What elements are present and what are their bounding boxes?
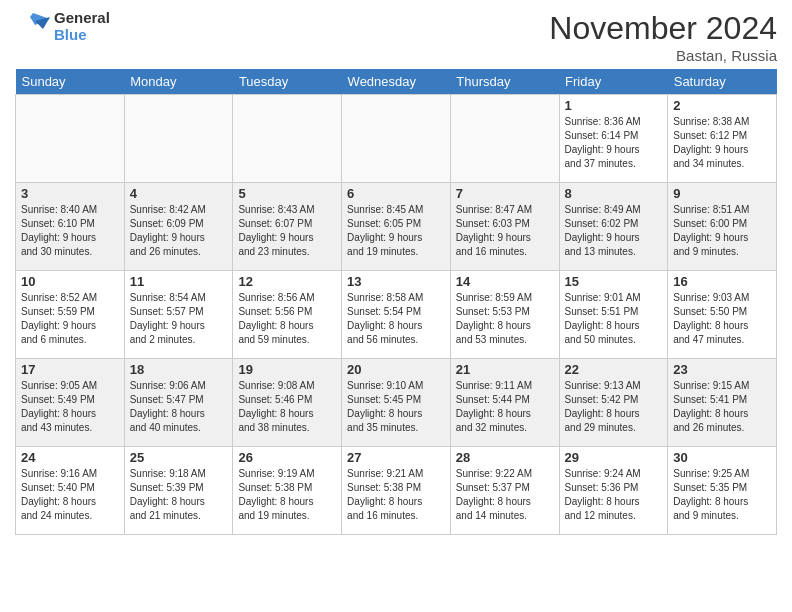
calendar-cell bbox=[124, 95, 233, 183]
day-number: 11 bbox=[130, 274, 228, 289]
day-info: Sunrise: 8:36 AM Sunset: 6:14 PM Dayligh… bbox=[565, 115, 663, 171]
calendar-cell bbox=[233, 95, 342, 183]
calendar-week-2: 10Sunrise: 8:52 AM Sunset: 5:59 PM Dayli… bbox=[16, 271, 777, 359]
calendar-week-0: 1Sunrise: 8:36 AM Sunset: 6:14 PM Daylig… bbox=[16, 95, 777, 183]
col-saturday: Saturday bbox=[668, 69, 777, 95]
day-info: Sunrise: 9:18 AM Sunset: 5:39 PM Dayligh… bbox=[130, 467, 228, 523]
calendar-cell: 25Sunrise: 9:18 AM Sunset: 5:39 PM Dayli… bbox=[124, 447, 233, 535]
calendar-cell: 16Sunrise: 9:03 AM Sunset: 5:50 PM Dayli… bbox=[668, 271, 777, 359]
day-number: 6 bbox=[347, 186, 445, 201]
day-info: Sunrise: 8:38 AM Sunset: 6:12 PM Dayligh… bbox=[673, 115, 771, 171]
day-info: Sunrise: 9:08 AM Sunset: 5:46 PM Dayligh… bbox=[238, 379, 336, 435]
day-number: 2 bbox=[673, 98, 771, 113]
title-block: November 2024 Bastan, Russia bbox=[549, 10, 777, 64]
calendar-cell: 2Sunrise: 8:38 AM Sunset: 6:12 PM Daylig… bbox=[668, 95, 777, 183]
day-info: Sunrise: 8:51 AM Sunset: 6:00 PM Dayligh… bbox=[673, 203, 771, 259]
day-number: 30 bbox=[673, 450, 771, 465]
day-info: Sunrise: 8:47 AM Sunset: 6:03 PM Dayligh… bbox=[456, 203, 554, 259]
day-number: 24 bbox=[21, 450, 119, 465]
calendar-cell: 6Sunrise: 8:45 AM Sunset: 6:05 PM Daylig… bbox=[342, 183, 451, 271]
day-info: Sunrise: 9:10 AM Sunset: 5:45 PM Dayligh… bbox=[347, 379, 445, 435]
day-number: 3 bbox=[21, 186, 119, 201]
day-number: 20 bbox=[347, 362, 445, 377]
day-info: Sunrise: 8:42 AM Sunset: 6:09 PM Dayligh… bbox=[130, 203, 228, 259]
day-info: Sunrise: 9:06 AM Sunset: 5:47 PM Dayligh… bbox=[130, 379, 228, 435]
day-info: Sunrise: 9:25 AM Sunset: 5:35 PM Dayligh… bbox=[673, 467, 771, 523]
calendar-cell: 27Sunrise: 9:21 AM Sunset: 5:38 PM Dayli… bbox=[342, 447, 451, 535]
day-number: 4 bbox=[130, 186, 228, 201]
day-info: Sunrise: 8:54 AM Sunset: 5:57 PM Dayligh… bbox=[130, 291, 228, 347]
calendar-cell: 11Sunrise: 8:54 AM Sunset: 5:57 PM Dayli… bbox=[124, 271, 233, 359]
calendar-cell: 4Sunrise: 8:42 AM Sunset: 6:09 PM Daylig… bbox=[124, 183, 233, 271]
day-info: Sunrise: 9:22 AM Sunset: 5:37 PM Dayligh… bbox=[456, 467, 554, 523]
col-friday: Friday bbox=[559, 69, 668, 95]
day-info: Sunrise: 9:24 AM Sunset: 5:36 PM Dayligh… bbox=[565, 467, 663, 523]
day-number: 7 bbox=[456, 186, 554, 201]
day-info: Sunrise: 8:40 AM Sunset: 6:10 PM Dayligh… bbox=[21, 203, 119, 259]
day-info: Sunrise: 9:03 AM Sunset: 5:50 PM Dayligh… bbox=[673, 291, 771, 347]
calendar-cell bbox=[16, 95, 125, 183]
calendar-cell: 3Sunrise: 8:40 AM Sunset: 6:10 PM Daylig… bbox=[16, 183, 125, 271]
day-info: Sunrise: 8:45 AM Sunset: 6:05 PM Dayligh… bbox=[347, 203, 445, 259]
day-info: Sunrise: 8:56 AM Sunset: 5:56 PM Dayligh… bbox=[238, 291, 336, 347]
calendar-cell: 8Sunrise: 8:49 AM Sunset: 6:02 PM Daylig… bbox=[559, 183, 668, 271]
col-sunday: Sunday bbox=[16, 69, 125, 95]
day-info: Sunrise: 9:13 AM Sunset: 5:42 PM Dayligh… bbox=[565, 379, 663, 435]
calendar-cell: 12Sunrise: 8:56 AM Sunset: 5:56 PM Dayli… bbox=[233, 271, 342, 359]
day-info: Sunrise: 8:58 AM Sunset: 5:54 PM Dayligh… bbox=[347, 291, 445, 347]
calendar-cell: 24Sunrise: 9:16 AM Sunset: 5:40 PM Dayli… bbox=[16, 447, 125, 535]
calendar-cell bbox=[342, 95, 451, 183]
day-info: Sunrise: 8:52 AM Sunset: 5:59 PM Dayligh… bbox=[21, 291, 119, 347]
day-number: 16 bbox=[673, 274, 771, 289]
day-number: 8 bbox=[565, 186, 663, 201]
day-number: 25 bbox=[130, 450, 228, 465]
calendar-cell: 7Sunrise: 8:47 AM Sunset: 6:03 PM Daylig… bbox=[450, 183, 559, 271]
calendar-week-4: 24Sunrise: 9:16 AM Sunset: 5:40 PM Dayli… bbox=[16, 447, 777, 535]
calendar-cell: 22Sunrise: 9:13 AM Sunset: 5:42 PM Dayli… bbox=[559, 359, 668, 447]
day-info: Sunrise: 9:11 AM Sunset: 5:44 PM Dayligh… bbox=[456, 379, 554, 435]
day-number: 14 bbox=[456, 274, 554, 289]
calendar-cell: 17Sunrise: 9:05 AM Sunset: 5:49 PM Dayli… bbox=[16, 359, 125, 447]
day-number: 12 bbox=[238, 274, 336, 289]
day-number: 23 bbox=[673, 362, 771, 377]
location: Bastan, Russia bbox=[549, 47, 777, 64]
day-number: 1 bbox=[565, 98, 663, 113]
day-info: Sunrise: 9:21 AM Sunset: 5:38 PM Dayligh… bbox=[347, 467, 445, 523]
calendar-cell bbox=[450, 95, 559, 183]
calendar-cell: 19Sunrise: 9:08 AM Sunset: 5:46 PM Dayli… bbox=[233, 359, 342, 447]
day-info: Sunrise: 8:43 AM Sunset: 6:07 PM Dayligh… bbox=[238, 203, 336, 259]
calendar-cell: 10Sunrise: 8:52 AM Sunset: 5:59 PM Dayli… bbox=[16, 271, 125, 359]
calendar-cell: 5Sunrise: 8:43 AM Sunset: 6:07 PM Daylig… bbox=[233, 183, 342, 271]
day-number: 10 bbox=[21, 274, 119, 289]
day-number: 15 bbox=[565, 274, 663, 289]
day-info: Sunrise: 9:15 AM Sunset: 5:41 PM Dayligh… bbox=[673, 379, 771, 435]
day-info: Sunrise: 8:59 AM Sunset: 5:53 PM Dayligh… bbox=[456, 291, 554, 347]
day-number: 9 bbox=[673, 186, 771, 201]
logo: General Blue bbox=[15, 10, 110, 43]
day-number: 21 bbox=[456, 362, 554, 377]
header-row: Sunday Monday Tuesday Wednesday Thursday… bbox=[16, 69, 777, 95]
day-info: Sunrise: 9:19 AM Sunset: 5:38 PM Dayligh… bbox=[238, 467, 336, 523]
day-number: 13 bbox=[347, 274, 445, 289]
day-number: 28 bbox=[456, 450, 554, 465]
calendar-cell: 18Sunrise: 9:06 AM Sunset: 5:47 PM Dayli… bbox=[124, 359, 233, 447]
day-number: 18 bbox=[130, 362, 228, 377]
calendar-week-3: 17Sunrise: 9:05 AM Sunset: 5:49 PM Dayli… bbox=[16, 359, 777, 447]
calendar-cell: 9Sunrise: 8:51 AM Sunset: 6:00 PM Daylig… bbox=[668, 183, 777, 271]
day-number: 27 bbox=[347, 450, 445, 465]
day-number: 22 bbox=[565, 362, 663, 377]
calendar-cell: 30Sunrise: 9:25 AM Sunset: 5:35 PM Dayli… bbox=[668, 447, 777, 535]
col-monday: Monday bbox=[124, 69, 233, 95]
calendar-cell: 20Sunrise: 9:10 AM Sunset: 5:45 PM Dayli… bbox=[342, 359, 451, 447]
day-info: Sunrise: 9:16 AM Sunset: 5:40 PM Dayligh… bbox=[21, 467, 119, 523]
calendar-cell: 23Sunrise: 9:15 AM Sunset: 5:41 PM Dayli… bbox=[668, 359, 777, 447]
calendar-table: Sunday Monday Tuesday Wednesday Thursday… bbox=[15, 69, 777, 535]
calendar-cell: 14Sunrise: 8:59 AM Sunset: 5:53 PM Dayli… bbox=[450, 271, 559, 359]
day-number: 29 bbox=[565, 450, 663, 465]
day-number: 17 bbox=[21, 362, 119, 377]
col-wednesday: Wednesday bbox=[342, 69, 451, 95]
col-tuesday: Tuesday bbox=[233, 69, 342, 95]
calendar-cell: 21Sunrise: 9:11 AM Sunset: 5:44 PM Dayli… bbox=[450, 359, 559, 447]
calendar-cell: 26Sunrise: 9:19 AM Sunset: 5:38 PM Dayli… bbox=[233, 447, 342, 535]
page-container: General Blue November 2024 Bastan, Russi… bbox=[0, 0, 792, 545]
